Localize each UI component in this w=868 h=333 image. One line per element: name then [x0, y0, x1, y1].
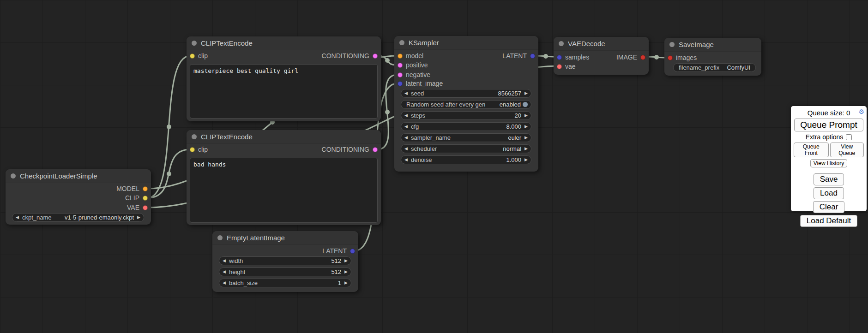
node-status-dot[interactable] [217, 235, 223, 240]
node-checkpoint-loader-simple[interactable]: CheckpointLoaderSimple MODEL CLIP VAE ◀ … [6, 169, 151, 225]
widget-seed[interactable]: ◀ seed 8566257 ▶ [401, 89, 531, 98]
node-save-image[interactable]: SaveImage images filename_prefix ComfyUI [664, 38, 761, 76]
input-slot-images[interactable]: images [668, 54, 697, 61]
slot-dot-image[interactable] [668, 55, 673, 60]
arrow-left-icon[interactable]: ◀ [223, 270, 226, 274]
slot-dot-clip[interactable] [190, 54, 195, 59]
slot-dot-clip[interactable] [143, 196, 148, 201]
widget-filename-prefix[interactable]: filename_prefix ComfyUI [673, 63, 756, 72]
node-status-dot[interactable] [11, 173, 16, 178]
arrow-left-icon[interactable]: ◀ [404, 91, 408, 95]
widget-denoise[interactable]: ◀ denoise 1.000 ▶ [401, 155, 531, 164]
output-slot-latent[interactable]: LATENT [502, 52, 535, 59]
arrow-right-icon[interactable]: ▶ [524, 158, 528, 162]
queue-front-button[interactable]: Queue Front [794, 143, 829, 157]
input-slot-vae[interactable]: vae [557, 63, 576, 70]
node-header[interactable]: EmptyLatentImage [212, 231, 358, 245]
output-slot-image[interactable]: IMAGE [616, 54, 645, 61]
slot-dot-model[interactable] [398, 54, 403, 59]
arrow-right-icon[interactable]: ▶ [524, 147, 528, 151]
node-ksampler[interactable]: KSampler model positive negative latent_… [394, 36, 538, 172]
arrow-right-icon[interactable]: ▶ [524, 113, 528, 118]
arrow-right-icon[interactable]: ▶ [344, 270, 348, 274]
arrow-left-icon[interactable]: ◀ [404, 136, 408, 140]
node-header[interactable]: VAEDecode [554, 37, 649, 51]
output-slot-clip[interactable]: CLIP [125, 194, 148, 202]
node-status-dot[interactable] [669, 42, 675, 47]
input-slot-positive[interactable]: positive [398, 61, 428, 69]
widget-width[interactable]: ◀ width 512 ▶ [219, 256, 351, 265]
input-slot-clip[interactable]: clip [190, 146, 208, 153]
output-slot-model[interactable]: MODEL [116, 185, 148, 192]
load-default-button[interactable]: Load Default [800, 215, 857, 227]
positive-prompt-textarea[interactable]: masterpiece best quality girl [190, 64, 378, 119]
arrow-left-icon[interactable]: ◀ [404, 125, 408, 129]
widget-batch-size[interactable]: ◀ batch_size 1 ▶ [219, 279, 351, 287]
node-status-dot[interactable] [559, 41, 564, 46]
slot-dot-latent[interactable] [350, 249, 355, 254]
arrow-right-icon[interactable]: ▶ [524, 91, 528, 95]
slot-dot-vae[interactable] [557, 64, 562, 69]
input-slot-clip[interactable]: clip [190, 52, 208, 59]
slot-dot-latent[interactable] [530, 54, 535, 59]
node-status-dot[interactable] [192, 41, 197, 46]
widget-steps[interactable]: ◀ steps 20 ▶ [401, 111, 531, 120]
node-status-dot[interactable] [192, 134, 197, 139]
load-button[interactable]: Load [814, 187, 844, 199]
slot-dot-conditioning[interactable] [398, 72, 403, 77]
arrow-left-icon[interactable]: ◀ [404, 113, 408, 118]
widget-sampler-name[interactable]: ◀ sampler_name euler ▶ [401, 133, 531, 142]
save-button[interactable]: Save [814, 173, 844, 185]
node-header[interactable]: CLIPTextEncode [187, 130, 381, 144]
slot-dot-latent[interactable] [557, 55, 562, 60]
widget-random-seed-toggle[interactable]: Random seed after every gen enabled [401, 100, 531, 109]
arrow-right-icon[interactable]: ▶ [344, 281, 348, 285]
arrow-left-icon[interactable]: ◀ [16, 215, 19, 220]
slot-dot-conditioning[interactable] [373, 147, 378, 152]
node-header[interactable]: CheckpointLoaderSimple [6, 169, 151, 183]
arrow-left-icon[interactable]: ◀ [404, 158, 408, 162]
toggle-on-dot[interactable] [523, 102, 528, 107]
slot-dot-model[interactable] [143, 186, 148, 191]
input-slot-model[interactable]: model [398, 52, 423, 59]
node-status-dot[interactable] [399, 40, 404, 45]
slot-dot-conditioning[interactable] [398, 63, 403, 68]
node-header[interactable]: SaveImage [664, 38, 761, 52]
node-header[interactable]: CLIPTextEncode [187, 36, 381, 50]
node-vae-decode[interactable]: VAEDecode samples vae IMAGE [554, 37, 649, 75]
input-slot-samples[interactable]: samples [557, 54, 589, 61]
input-slot-negative[interactable]: negative [398, 71, 430, 78]
widget-cfg[interactable]: ◀ cfg 8.000 ▶ [401, 122, 531, 131]
output-slot-conditioning[interactable]: CONDITIONING [322, 52, 378, 59]
node-empty-latent-image[interactable]: EmptyLatentImage LATENT ◀ width 512 ▶ ◀ … [212, 231, 358, 292]
extra-options-checkbox[interactable] [846, 134, 852, 140]
input-slot-latent-image[interactable]: latent_image [398, 80, 443, 87]
arrow-left-icon[interactable]: ◀ [223, 259, 226, 263]
node-header[interactable]: KSampler [394, 36, 538, 50]
arrow-right-icon[interactable]: ▶ [344, 259, 348, 263]
slot-dot-clip[interactable] [190, 147, 195, 152]
settings-gear-icon[interactable]: ⚙ [858, 108, 864, 115]
output-slot-latent[interactable]: LATENT [322, 247, 355, 255]
arrow-right-icon[interactable]: ▶ [524, 125, 528, 129]
node-clip-text-encode-negative[interactable]: CLIPTextEncode clip CONDITIONING bad han… [187, 130, 381, 225]
slot-dot-image[interactable] [640, 55, 645, 60]
view-history-button[interactable]: View History [810, 159, 847, 167]
slot-dot-latent[interactable] [398, 81, 403, 86]
clear-button[interactable]: Clear [813, 201, 845, 213]
node-clip-text-encode-positive[interactable]: CLIPTextEncode clip CONDITIONING masterp… [187, 36, 381, 121]
arrow-right-icon[interactable]: ▶ [524, 136, 528, 140]
arrow-left-icon[interactable]: ◀ [404, 147, 408, 151]
output-slot-conditioning[interactable]: CONDITIONING [322, 146, 378, 153]
widget-ckpt-name[interactable]: ◀ ckpt_name v1-5-pruned-emaonly.ckpt ▶ [12, 213, 144, 222]
slot-dot-vae[interactable] [143, 205, 148, 210]
queue-prompt-button[interactable]: Queue Prompt [794, 119, 863, 131]
widget-height[interactable]: ◀ height 512 ▶ [219, 268, 351, 276]
output-slot-vae[interactable]: VAE [127, 204, 148, 211]
arrow-right-icon[interactable]: ▶ [137, 215, 140, 220]
negative-prompt-textarea[interactable]: bad hands [190, 158, 378, 223]
view-queue-button[interactable]: View Queue [830, 143, 864, 157]
slot-dot-conditioning[interactable] [373, 54, 378, 59]
arrow-left-icon[interactable]: ◀ [223, 281, 226, 285]
widget-scheduler[interactable]: ◀ scheduler normal ▶ [401, 144, 531, 153]
